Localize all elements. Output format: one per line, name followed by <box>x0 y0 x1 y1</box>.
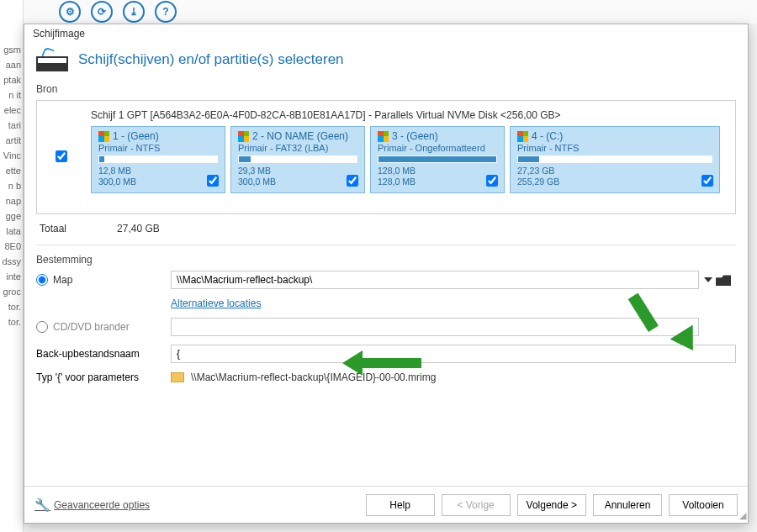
destination-cd-radio-label: CD/DVD brander <box>53 321 130 333</box>
cancel-button[interactable]: Annuleren <box>593 494 662 516</box>
partition-type: Primair - NTFS <box>517 143 712 153</box>
partition-name: 1 - (Geen) <box>113 130 159 142</box>
partition-checkbox[interactable] <box>207 175 219 187</box>
partition-total: 300,0 MB <box>238 176 357 187</box>
partition-usage-bar <box>98 155 218 163</box>
partition-name: 3 - (Geen) <box>392 130 438 142</box>
resolved-path-preview: \\Mac\Macrium-reflect-backup\{IMAGEID}-0… <box>191 371 436 383</box>
select-all-partitions-checkbox[interactable] <box>56 150 67 162</box>
disk-image-dialog: Schijfimage Schijf(schijven) en/of parti… <box>24 24 749 524</box>
destination-cd-radio-row[interactable]: CD/DVD brander <box>36 321 171 333</box>
bg-cart-icon: ⤓ <box>123 1 145 23</box>
browse-folder-icon[interactable] <box>716 274 731 286</box>
source-box: Schijf 1 GPT [A564B3A2-6E0A-4F0D-82CA-8B… <box>36 100 736 214</box>
partition-usage-bar <box>517 155 712 163</box>
alternative-locations-link[interactable]: Alternatieve locaties <box>171 298 699 309</box>
finish-button[interactable]: Voltooien <box>669 494 738 516</box>
background-text: gsmaanptakn itelectariartitVincetten bna… <box>0 0 24 532</box>
windows-icon <box>238 131 249 142</box>
partition-used: 12,8 MB <box>98 166 218 176</box>
path-history-dropdown-icon[interactable] <box>704 277 712 282</box>
bg-gear-icon: ⚙ <box>59 1 81 23</box>
partition-checkbox[interactable] <box>486 175 498 187</box>
dialog-title: Schijfimage <box>24 24 748 45</box>
partition-checkbox[interactable] <box>347 175 358 187</box>
partition-used: 27,23 GB <box>517 166 712 176</box>
partition-name: 2 - NO NAME (Geen) <box>252 130 348 142</box>
partition-card[interactable]: 2 - NO NAME (Geen)Primair - FAT32 (LBA)2… <box>230 126 365 193</box>
partition-card[interactable]: 1 - (Geen)Primair - NTFS12,8 MB300,0 MB <box>91 126 225 193</box>
partition-usage-bar <box>238 155 357 163</box>
source-label: Bron <box>36 83 736 95</box>
cd-device-select <box>171 318 699 336</box>
partition-type: Primair - NTFS <box>98 143 218 153</box>
resize-grip-icon[interactable]: ◢ <box>739 510 746 521</box>
destination-folder-radio-row[interactable]: Map <box>36 274 171 286</box>
partition-type: Primair - FAT32 (LBA) <box>238 143 357 153</box>
total-label: Totaal <box>40 223 66 234</box>
parameters-hint: Typ '{' voor parameters <box>36 371 171 383</box>
total-value: 27,40 GB <box>117 223 160 234</box>
partition-list: 1 - (Geen)Primair - NTFS12,8 MB300,0 MB2… <box>91 126 720 193</box>
help-button[interactable]: Help <box>366 494 435 516</box>
background-toolbar: ⚙ ⟳ ⤓ ? <box>0 0 757 24</box>
partition-total: 128,0 MB <box>378 176 497 187</box>
folder-icon <box>171 372 184 382</box>
dialog-header: Schijf(schijven) en/of partitie(s) selec… <box>24 45 748 80</box>
advanced-options-link[interactable]: 🔧 Geavanceerde opties <box>34 498 150 513</box>
backup-filename-input[interactable] <box>171 345 736 363</box>
partition-card[interactable]: 4 - (C:)Primair - NTFS27,23 GB255,29 GB <box>510 126 720 193</box>
dialog-heading: Schijf(schijven) en/of partitie(s) selec… <box>78 51 344 68</box>
bg-refresh-icon: ⟳ <box>91 1 113 23</box>
bg-help-icon: ? <box>155 1 177 23</box>
windows-icon <box>378 131 389 142</box>
partition-used: 29,3 MB <box>238 166 357 176</box>
partition-usage-bar <box>378 155 497 163</box>
wrench-icon: 🔧 <box>34 498 50 513</box>
destination-folder-radio-label: Map <box>53 274 72 286</box>
dialog-footer: 🔧 Geavanceerde opties Help < Vorige Volg… <box>24 486 748 523</box>
destination-cd-radio[interactable] <box>36 321 48 333</box>
destination-path-input[interactable] <box>171 271 699 289</box>
disk-icon <box>36 48 68 71</box>
partition-name: 4 - (C:) <box>532 130 563 142</box>
next-button[interactable]: Volgende > <box>517 494 586 516</box>
partition-checkbox[interactable] <box>701 175 713 187</box>
windows-icon <box>98 131 109 142</box>
previous-button[interactable]: < Vorige <box>442 494 511 516</box>
destination-folder-radio[interactable] <box>36 274 48 286</box>
partition-total: 300,0 MB <box>98 176 218 187</box>
backup-filename-label: Back-upbestandsnaam <box>36 348 171 360</box>
partition-type: Primair - Ongeformatteerd <box>378 143 497 153</box>
destination-label: Bestemming <box>36 254 736 266</box>
disk-title: Schijf 1 GPT [A564B3A2-6E0A-4F0D-82CA-8B… <box>91 109 720 121</box>
partition-total: 255,29 GB <box>517 176 712 187</box>
partition-used: 128,0 MB <box>378 166 497 176</box>
partition-card[interactable]: 3 - (Geen)Primair - Ongeformatteerd128,0… <box>370 126 505 193</box>
windows-icon <box>517 131 528 142</box>
